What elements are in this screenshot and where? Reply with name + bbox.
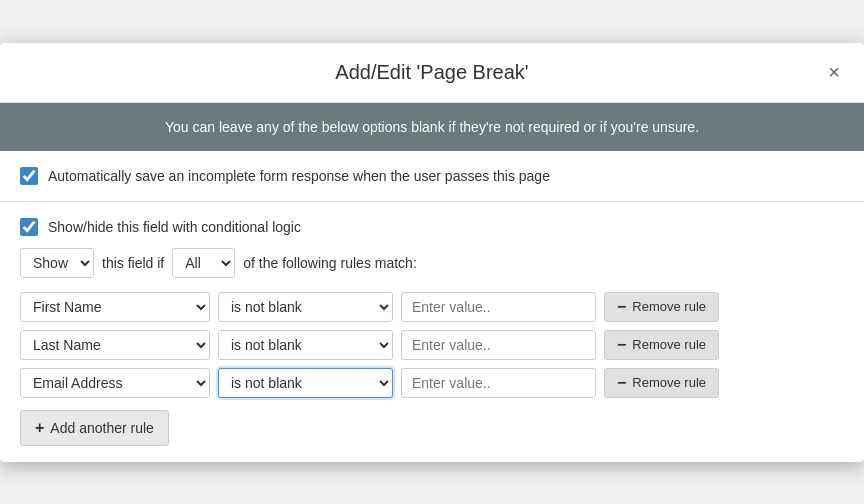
rule-2-condition-select[interactable]: is not blank is blank equals does not eq… [218,330,393,360]
rule-1-remove-label: Remove rule [632,299,706,314]
table-row: First Name Last Name Email Address Phone… [20,330,844,360]
show-hide-select[interactable]: Show Hide [20,248,94,278]
conditional-section: Show/hide this field with conditional lo… [0,202,864,462]
add-rule-button[interactable]: + Add another rule [20,410,169,446]
conditional-checkbox-row: Show/hide this field with conditional lo… [20,218,844,236]
modal-title: Add/Edit 'Page Break' [335,61,528,84]
auto-save-section: Automatically save an incomplete form re… [0,151,864,202]
modal: Add/Edit 'Page Break' × You can leave an… [0,43,864,462]
rule-2-field-select[interactable]: First Name Last Name Email Address Phone… [20,330,210,360]
this-field-if-text: this field if [102,255,164,271]
conditional-checkbox[interactable] [20,218,38,236]
rule-3-remove-label: Remove rule [632,375,706,390]
rule-1-value-input[interactable] [401,292,596,322]
rule-1-field-select[interactable]: First Name Last Name Email Address Phone… [20,292,210,322]
rule-2-remove-button[interactable]: − Remove rule [604,330,719,360]
of-following-text: of the following rules match: [243,255,417,271]
rule-3-condition-select[interactable]: is not blank is blank equals does not eq… [218,368,393,398]
info-banner: You can leave any of the below options b… [0,103,864,151]
info-banner-text: You can leave any of the below options b… [165,119,699,135]
auto-save-checkbox[interactable] [20,167,38,185]
rule-2-value-input[interactable] [401,330,596,360]
rule-3-field-select[interactable]: First Name Last Name Email Address Phone… [20,368,210,398]
table-row: First Name Last Name Email Address Phone… [20,292,844,322]
conditional-label: Show/hide this field with conditional lo… [48,219,301,235]
minus-icon: − [617,337,626,353]
rule-3-value-input[interactable] [401,368,596,398]
all-any-select[interactable]: All Any [172,248,235,278]
auto-save-row: Automatically save an incomplete form re… [20,167,844,185]
rule-1-condition-select[interactable]: is not blank is blank equals does not eq… [218,292,393,322]
close-button[interactable]: × [822,60,846,84]
rules-container: First Name Last Name Email Address Phone… [20,292,844,398]
rule-2-remove-label: Remove rule [632,337,706,352]
rule-1-remove-button[interactable]: − Remove rule [604,292,719,322]
table-row: First Name Last Name Email Address Phone… [20,368,844,398]
auto-save-label: Automatically save an incomplete form re… [48,168,550,184]
minus-icon: − [617,375,626,391]
add-rule-label: Add another rule [50,420,154,436]
show-hide-row: Show Hide this field if All Any of the f… [20,248,844,278]
rule-3-remove-button[interactable]: − Remove rule [604,368,719,398]
plus-icon: + [35,419,44,437]
modal-header: Add/Edit 'Page Break' × [0,43,864,103]
minus-icon: − [617,299,626,315]
